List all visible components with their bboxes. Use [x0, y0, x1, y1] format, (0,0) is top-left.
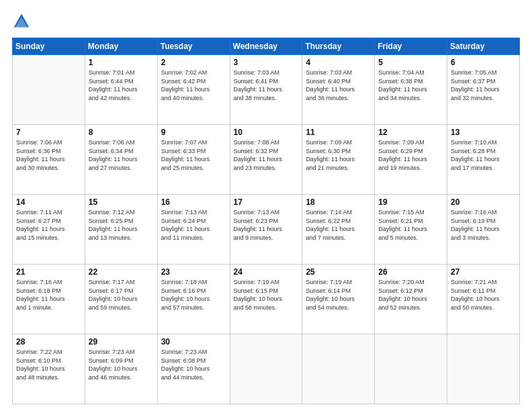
calendar-cell: [375, 334, 447, 404]
cell-info: Sunrise: 7:09 AMSunset: 6:30 PMDaylight:…: [306, 138, 371, 172]
day-number: 10: [234, 128, 299, 137]
page: SundayMondayTuesdayWednesdayThursdayFrid…: [0, 0, 532, 411]
cell-info: Sunrise: 7:10 AMSunset: 6:28 PMDaylight:…: [451, 138, 516, 172]
calendar-cell: 2Sunrise: 7:02 AMSunset: 6:42 PMDaylight…: [157, 55, 230, 125]
calendar-cell: 5Sunrise: 7:04 AMSunset: 6:38 PMDaylight…: [375, 55, 447, 125]
calendar-week-1: 1Sunrise: 7:01 AMSunset: 6:44 PMDaylight…: [13, 55, 520, 125]
day-number: 4: [306, 58, 371, 67]
day-number: 3: [234, 58, 299, 67]
day-number: 7: [16, 128, 81, 137]
calendar-header-row: SundayMondayTuesdayWednesdayThursdayFrid…: [13, 38, 520, 55]
cell-info: Sunrise: 7:23 AMSunset: 6:08 PMDaylight:…: [161, 348, 226, 381]
day-number: 27: [451, 267, 516, 277]
cell-info: Sunrise: 7:09 AMSunset: 6:29 PMDaylight:…: [378, 138, 443, 172]
day-number: 30: [161, 337, 226, 347]
cell-info: Sunrise: 7:13 AMSunset: 6:24 PMDaylight:…: [161, 208, 226, 242]
cell-info: Sunrise: 7:12 AMSunset: 6:25 PMDaylight:…: [89, 208, 154, 242]
day-number: 20: [451, 197, 516, 207]
cell-info: Sunrise: 7:18 AMSunset: 6:16 PMDaylight:…: [161, 278, 226, 312]
calendar-cell: 10Sunrise: 7:08 AMSunset: 6:32 PMDayligh…: [230, 125, 302, 195]
calendar-cell: 4Sunrise: 7:03 AMSunset: 6:40 PMDaylight…: [302, 55, 375, 125]
calendar-cell: 27Sunrise: 7:21 AMSunset: 6:11 PMDayligh…: [447, 265, 520, 334]
day-number: 12: [378, 128, 443, 137]
cell-info: Sunrise: 7:16 AMSunset: 6:18 PMDaylight:…: [16, 278, 81, 312]
day-number: 21: [16, 267, 81, 277]
day-header-wednesday: Wednesday: [230, 38, 302, 55]
day-header-tuesday: Tuesday: [157, 38, 230, 55]
day-number: 17: [234, 197, 299, 207]
day-number: 18: [306, 197, 371, 207]
day-header-friday: Friday: [375, 38, 447, 55]
calendar-cell: 1Sunrise: 7:01 AMSunset: 6:44 PMDaylight…: [85, 55, 157, 125]
calendar-cell: 28Sunrise: 7:22 AMSunset: 6:10 PMDayligh…: [13, 334, 85, 404]
calendar-cell: 11Sunrise: 7:09 AMSunset: 6:30 PMDayligh…: [302, 125, 375, 195]
cell-info: Sunrise: 7:22 AMSunset: 6:10 PMDaylight:…: [16, 348, 81, 381]
cell-info: Sunrise: 7:07 AMSunset: 6:33 PMDaylight:…: [161, 138, 226, 172]
calendar-cell: 3Sunrise: 7:03 AMSunset: 6:41 PMDaylight…: [230, 55, 302, 125]
cell-info: Sunrise: 7:16 AMSunset: 6:19 PMDaylight:…: [451, 208, 516, 242]
day-number: 14: [16, 197, 81, 207]
calendar-cell: 12Sunrise: 7:09 AMSunset: 6:29 PMDayligh…: [375, 125, 447, 195]
day-header-thursday: Thursday: [302, 38, 375, 55]
cell-info: Sunrise: 7:13 AMSunset: 6:23 PMDaylight:…: [234, 208, 299, 242]
cell-info: Sunrise: 7:17 AMSunset: 6:17 PMDaylight:…: [89, 278, 154, 312]
calendar-cell: 24Sunrise: 7:19 AMSunset: 6:15 PMDayligh…: [230, 265, 302, 334]
calendar-cell: [230, 334, 302, 404]
calendar-week-4: 21Sunrise: 7:16 AMSunset: 6:18 PMDayligh…: [13, 265, 520, 334]
cell-info: Sunrise: 7:15 AMSunset: 6:21 PMDaylight:…: [378, 208, 443, 242]
calendar-table: SundayMondayTuesdayWednesdayThursdayFrid…: [12, 38, 520, 404]
cell-info: Sunrise: 7:20 AMSunset: 6:12 PMDaylight:…: [378, 278, 443, 312]
cell-info: Sunrise: 7:05 AMSunset: 6:37 PMDaylight:…: [451, 68, 516, 102]
calendar-cell: [447, 334, 520, 404]
calendar-cell: 8Sunrise: 7:06 AMSunset: 6:34 PMDaylight…: [85, 125, 157, 195]
cell-info: Sunrise: 7:14 AMSunset: 6:22 PMDaylight:…: [306, 208, 371, 242]
day-number: 2: [161, 58, 226, 67]
cell-info: Sunrise: 7:06 AMSunset: 6:34 PMDaylight:…: [89, 138, 154, 172]
calendar-cell: 22Sunrise: 7:17 AMSunset: 6:17 PMDayligh…: [85, 265, 157, 334]
calendar-cell: 13Sunrise: 7:10 AMSunset: 6:28 PMDayligh…: [447, 125, 520, 195]
cell-info: Sunrise: 7:11 AMSunset: 6:27 PMDaylight:…: [16, 208, 81, 242]
calendar-week-2: 7Sunrise: 7:06 AMSunset: 6:36 PMDaylight…: [13, 125, 520, 195]
calendar-cell: 30Sunrise: 7:23 AMSunset: 6:08 PMDayligh…: [157, 334, 230, 404]
day-number: 1: [89, 58, 154, 67]
calendar-cell: 25Sunrise: 7:19 AMSunset: 6:14 PMDayligh…: [302, 265, 375, 334]
day-header-monday: Monday: [85, 38, 157, 55]
cell-info: Sunrise: 7:04 AMSunset: 6:38 PMDaylight:…: [378, 68, 443, 102]
day-header-saturday: Saturday: [447, 38, 520, 55]
calendar-cell: 14Sunrise: 7:11 AMSunset: 6:27 PMDayligh…: [13, 195, 85, 265]
cell-info: Sunrise: 7:03 AMSunset: 6:41 PMDaylight:…: [234, 68, 299, 102]
header: [12, 12, 520, 31]
cell-info: Sunrise: 7:21 AMSunset: 6:11 PMDaylight:…: [451, 278, 516, 312]
calendar-week-3: 14Sunrise: 7:11 AMSunset: 6:27 PMDayligh…: [13, 195, 520, 265]
calendar-cell: 7Sunrise: 7:06 AMSunset: 6:36 PMDaylight…: [13, 125, 85, 195]
calendar-cell: 21Sunrise: 7:16 AMSunset: 6:18 PMDayligh…: [13, 265, 85, 334]
day-number: 5: [378, 58, 443, 67]
day-number: 29: [89, 337, 154, 347]
calendar-cell: 18Sunrise: 7:14 AMSunset: 6:22 PMDayligh…: [302, 195, 375, 265]
day-number: 8: [89, 128, 154, 137]
day-number: 22: [89, 267, 154, 277]
logo: [12, 12, 34, 31]
day-header-sunday: Sunday: [13, 38, 85, 55]
day-number: 23: [161, 267, 226, 277]
cell-info: Sunrise: 7:03 AMSunset: 6:40 PMDaylight:…: [306, 68, 371, 102]
calendar-cell: 20Sunrise: 7:16 AMSunset: 6:19 PMDayligh…: [447, 195, 520, 265]
calendar-cell: [302, 334, 375, 404]
logo-icon: [12, 12, 31, 31]
day-number: 28: [16, 337, 81, 347]
day-number: 13: [451, 128, 516, 137]
calendar-cell: 26Sunrise: 7:20 AMSunset: 6:12 PMDayligh…: [375, 265, 447, 334]
cell-info: Sunrise: 7:08 AMSunset: 6:32 PMDaylight:…: [234, 138, 299, 172]
day-number: 19: [378, 197, 443, 207]
day-number: 15: [89, 197, 154, 207]
cell-info: Sunrise: 7:19 AMSunset: 6:14 PMDaylight:…: [306, 278, 371, 312]
calendar-cell: 16Sunrise: 7:13 AMSunset: 6:24 PMDayligh…: [157, 195, 230, 265]
calendar-cell: 23Sunrise: 7:18 AMSunset: 6:16 PMDayligh…: [157, 265, 230, 334]
day-number: 25: [306, 267, 371, 277]
calendar-cell: 29Sunrise: 7:23 AMSunset: 6:09 PMDayligh…: [85, 334, 157, 404]
day-number: 6: [451, 58, 516, 67]
calendar-cell: 19Sunrise: 7:15 AMSunset: 6:21 PMDayligh…: [375, 195, 447, 265]
cell-info: Sunrise: 7:19 AMSunset: 6:15 PMDaylight:…: [234, 278, 299, 312]
cell-info: Sunrise: 7:23 AMSunset: 6:09 PMDaylight:…: [89, 348, 154, 381]
cell-info: Sunrise: 7:02 AMSunset: 6:42 PMDaylight:…: [161, 68, 226, 102]
